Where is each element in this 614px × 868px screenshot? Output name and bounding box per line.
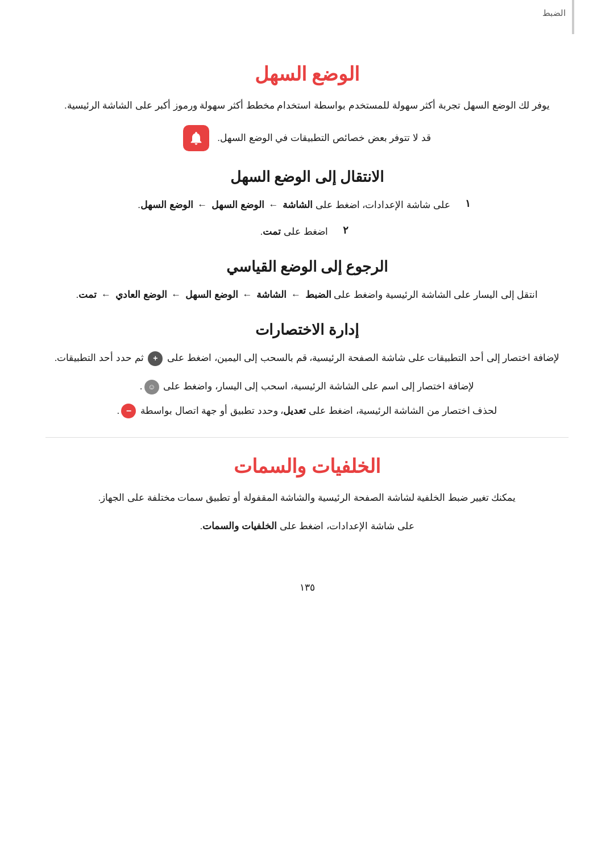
sh-t2-suffix: . (140, 381, 143, 392)
shortcuts-title: إدارة الاختصارات (45, 321, 569, 339)
sh-t3-middle: ، وحدد تطبيق أو جهة اتصال بواسطة (138, 405, 283, 416)
step1-bold2: الوضع السهل (211, 200, 264, 210)
rs-prefix: انتقل إلى اليسار على الشاشة الرئيسية واض… (331, 289, 538, 300)
switch-to-easy-section: الانتقال إلى الوضع السهل ١ على شاشة الإع… (45, 168, 569, 241)
step-2-number: ٢ (337, 224, 354, 236)
rs-bold4: الوضع العادي (115, 289, 167, 300)
step2-prefix: اضغط على (281, 226, 327, 237)
step-2-item: ٢ اضغط على تمت. (45, 223, 569, 241)
page-number: ١٣٥ (300, 582, 315, 593)
sh-t1-suffix: ثم حدد أحد التطبيقات. (55, 352, 147, 363)
sh-t1-prefix: لإضافة اختصار إلى أحد التطبيقات على شاشة… (164, 352, 559, 363)
sh-t3-suffix: . (117, 405, 120, 416)
step1-bold3: الوضع السهل (140, 200, 193, 210)
plus-icon: + (148, 351, 163, 366)
person-icon: ☺ (144, 380, 159, 394)
step-1-number: ١ (459, 197, 476, 210)
bell-icon (188, 130, 204, 146)
shortcuts-text1: لإضافة اختصار إلى أحد التطبيقات على شاشة… (45, 349, 569, 367)
top-border-decoration (572, 0, 574, 34)
step-1-text: على شاشة الإعدادات، اضغط على الشاشة ← ال… (138, 196, 450, 214)
return-standard-text: انتقل إلى اليسار على الشاشة الرئيسية واض… (45, 286, 569, 304)
rs-a1: ← (288, 289, 303, 300)
rs-bold5: تمت (78, 289, 97, 300)
step1-prefix: على شاشة الإعدادات، اضغط على (313, 200, 450, 210)
wp-t2-prefix: على شاشة الإعدادات، اضغط على (277, 521, 414, 531)
rs-bold1: الضبط (305, 289, 331, 300)
rs-a2: ← (240, 289, 255, 300)
wallpapers-description: يمكنك تغيير ضبط الخلفية لشاشة الصفحة الر… (45, 489, 569, 507)
sh-t2-prefix: لإضافة اختصار إلى اسم على الشاشة الرئيسي… (161, 381, 475, 392)
easy-mode-description: يوفر لك الوضع السهل تجربة أكثر سهولة للم… (45, 97, 569, 115)
shortcuts-section: إدارة الاختصارات لإضافة اختصار إلى أحد ا… (45, 321, 569, 420)
shortcuts-text2: لإضافة اختصار إلى اسم على الشاشة الرئيسي… (45, 377, 569, 396)
return-standard-title: الرجوع إلى الوضع القياسي (45, 258, 569, 276)
step-1-item: ١ على شاشة الإعدادات، اضغط على الشاشة ← … (45, 196, 569, 214)
step1-arrow2: ← (195, 200, 210, 210)
wp-t2-bold: الخلفيات والسمات (202, 521, 277, 531)
note-text: قد لا تتوفر بعض خصائص التطبيقات في الوضع… (217, 130, 431, 147)
rs-bold2: الشاشة (256, 289, 287, 300)
sh-t3-prefix: لحذف اختصار من الشاشة الرئيسية، اضغط على (306, 405, 497, 416)
wallpapers-title: الخلفيات والسمات (45, 455, 569, 477)
easy-mode-section: الوضع السهل يوفر لك الوضع السهل تجربة أك… (45, 63, 569, 151)
rs-a3: ← (169, 289, 184, 300)
shortcuts-text3: لحذف اختصار من الشاشة الرئيسية، اضغط على… (45, 402, 569, 420)
wallpapers-section: الخلفيات والسمات يمكنك تغيير ضبط الخلفية… (45, 455, 569, 536)
minus-icon: − (121, 404, 136, 418)
sh-t3-bold: تعديل (283, 405, 306, 416)
page-footer: ١٣٥ (45, 582, 569, 593)
rs-a4: ← (98, 289, 113, 300)
step-2-text: اضغط على تمت. (260, 223, 327, 241)
rs-bold3: الوضع السهل (185, 289, 238, 300)
content-area: الوضع السهل يوفر لك الوضع السهل تجربة أك… (45, 63, 569, 536)
note-box: قد لا تتوفر بعض خصائص التطبيقات في الوضع… (45, 125, 569, 151)
page-container: الضبط الوضع السهل يوفر لك الوضع السهل تج… (0, 0, 614, 868)
switch-to-easy-title: الانتقال إلى الوضع السهل (45, 168, 569, 186)
return-standard-section: الرجوع إلى الوضع القياسي انتقل إلى اليسا… (45, 258, 569, 304)
wallpapers-text2: على شاشة الإعدادات، اضغط على الخلفيات وا… (45, 517, 569, 535)
step2-bold: تمت (263, 226, 281, 237)
note-icon (183, 125, 209, 151)
step1-bold1: الشاشة (283, 200, 313, 210)
section-divider (45, 437, 569, 438)
easy-mode-title: الوضع السهل (45, 63, 569, 85)
step1-arrow1: ← (266, 200, 281, 210)
header-label: الضبط (542, 8, 566, 18)
